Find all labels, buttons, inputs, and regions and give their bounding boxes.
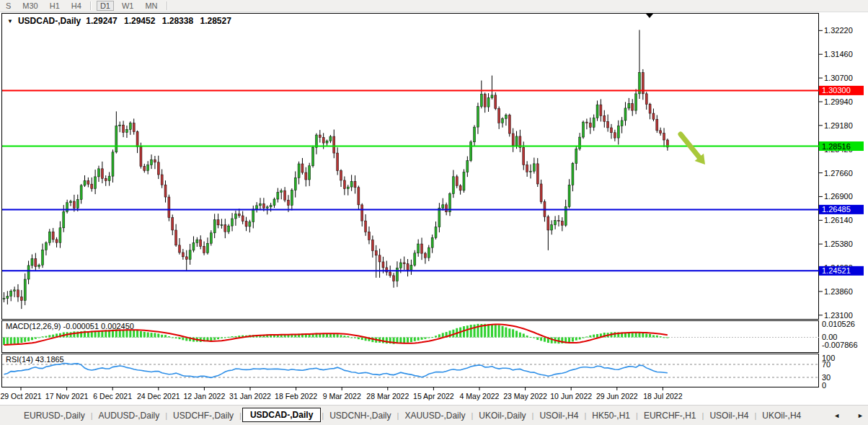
tab-scroll-buttons: ◄► xyxy=(833,412,864,419)
dropdown-arrow-icon[interactable]: ▼ xyxy=(7,18,13,25)
chart-tab-usoil-h4-7[interactable]: USOil-,H4 xyxy=(534,409,583,422)
chart-tab-usdcnh-daily-4[interactable]: USDCNH-,Daily xyxy=(324,409,396,422)
svg-text:15 Apr 2022: 15 Apr 2022 xyxy=(413,392,454,400)
svg-text:1.23860: 1.23860 xyxy=(824,287,853,296)
svg-text:31 Jan 2022: 31 Jan 2022 xyxy=(229,392,271,400)
svg-text:0.010526: 0.010526 xyxy=(822,320,855,328)
symbol-period-label: USDCAD-,Daily xyxy=(18,16,81,26)
chart-tab-eurchf-h1-9[interactable]: EURCHF-,H1 xyxy=(639,409,701,422)
svg-text:1.32220: 1.32220 xyxy=(824,26,853,35)
svg-text:1.26485: 1.26485 xyxy=(822,205,851,214)
chart-tab-hk50-h1-8[interactable]: HK50-,H1 xyxy=(587,409,635,422)
svg-text:29 Oct 2021: 29 Oct 2021 xyxy=(0,392,41,400)
svg-text:70: 70 xyxy=(822,360,831,369)
chart-tab-usdcad-daily-3[interactable]: USDCAD-,Daily xyxy=(242,408,321,422)
rsi-name: RSI(14) xyxy=(6,355,33,364)
svg-text:18 Feb 2022: 18 Feb 2022 xyxy=(275,392,317,400)
svg-text:1.28516: 1.28516 xyxy=(822,142,851,151)
chart-tab-ukoil-h4-11[interactable]: UKOil-,H4 xyxy=(757,409,806,422)
macd-values: -0.000051 0.002450 xyxy=(63,322,133,330)
open-value: 1.29247 xyxy=(86,16,117,26)
svg-text:17 Nov 2021: 17 Nov 2021 xyxy=(45,392,89,400)
svg-text:1.30300: 1.30300 xyxy=(822,86,851,95)
svg-text:12 Jan 2022: 12 Jan 2022 xyxy=(183,392,225,400)
mt4-chart-window: SM30H1H4D1W1MN 1.322201.314601.307001.29… xyxy=(0,0,868,425)
svg-text:10 Jun 2022: 10 Jun 2022 xyxy=(550,392,592,400)
svg-text:29 Jun 2022: 29 Jun 2022 xyxy=(596,392,638,400)
svg-text:1.31460: 1.31460 xyxy=(824,50,853,58)
svg-text:-0.007866: -0.007866 xyxy=(822,341,858,349)
ohlc-values: 1.29247 1.29452 1.28338 1.28527 xyxy=(86,16,236,26)
close-value: 1.28527 xyxy=(200,16,231,26)
rsi-value: 43.1865 xyxy=(35,355,64,364)
chart-tab-ukoil-daily-6[interactable]: UKOil-,Daily xyxy=(474,409,531,422)
tab-scroll-right-icon[interactable]: ► xyxy=(857,412,864,419)
svg-text:28 Mar 2022: 28 Mar 2022 xyxy=(366,392,409,400)
low-value: 1.28338 xyxy=(162,16,193,26)
svg-text:9 Mar 2022: 9 Mar 2022 xyxy=(323,392,361,400)
chart-tab-usdchf-daily-2[interactable]: USDCHF-,Daily xyxy=(168,409,239,422)
chart-tab-usoil-h4-10[interactable]: USOil-,H4 xyxy=(704,409,753,422)
macd-name: MACD(12,26,9) xyxy=(6,322,61,330)
svg-text:24 Dec 2021: 24 Dec 2021 xyxy=(137,392,180,400)
svg-text:4 May 2022: 4 May 2022 xyxy=(460,392,500,400)
svg-text:0: 0 xyxy=(822,381,826,390)
macd-indicator-label: MACD(12,26,9) -0.000051 0.002450 xyxy=(6,322,134,330)
svg-text:23 May 2022: 23 May 2022 xyxy=(503,392,547,400)
svg-text:6 Dec 2021: 6 Dec 2021 xyxy=(93,392,132,400)
symbol-tabbar: EURUSD-,Daily|AUDUSD-,Daily|USDCHF-,Dail… xyxy=(0,405,868,425)
chart-canvas: 1.322201.314601.307001.299401.291801.284… xyxy=(0,0,868,405)
svg-text:1.27660: 1.27660 xyxy=(824,169,853,178)
date-axis: 29 Oct 202117 Nov 20216 Dec 202124 Dec 2… xyxy=(0,387,682,400)
svg-text:1.26900: 1.26900 xyxy=(824,192,853,201)
chart-title: ▼ USDCAD-,Daily 1.29247 1.29452 1.28338 … xyxy=(7,16,236,26)
chart-tab-xauusd-daily-5[interactable]: XAUUSD-,Daily xyxy=(399,409,470,422)
svg-text:1.24521: 1.24521 xyxy=(822,266,851,275)
svg-text:1.26140: 1.26140 xyxy=(824,216,853,224)
svg-text:1.29940: 1.29940 xyxy=(824,97,853,106)
tab-scroll-left-icon[interactable]: ◄ xyxy=(833,412,840,419)
svg-text:1.29180: 1.29180 xyxy=(824,121,853,130)
svg-text:18 Jul 2022: 18 Jul 2022 xyxy=(643,392,682,400)
high-value: 1.29452 xyxy=(124,16,155,26)
rsi-indicator-label: RSI(14) 43.1865 xyxy=(6,355,64,364)
svg-text:1.23100: 1.23100 xyxy=(824,311,853,320)
svg-text:1.25380: 1.25380 xyxy=(824,240,853,248)
chart-tab-audusd-daily-1[interactable]: AUDUSD-,Daily xyxy=(94,409,165,422)
svg-text:1.30700: 1.30700 xyxy=(824,74,853,82)
chart-tab-eurusd-daily-0[interactable]: EURUSD-,Daily xyxy=(19,409,90,422)
